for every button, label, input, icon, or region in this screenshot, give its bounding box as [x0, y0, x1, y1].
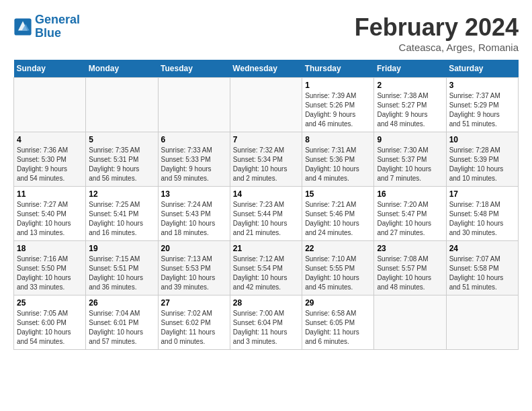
- logo-text: General Blue: [35, 13, 80, 40]
- calendar-cell: [446, 295, 518, 350]
- day-number: 2: [377, 81, 443, 90]
- calendar-week-1: 1Sunrise: 7:39 AM Sunset: 5:26 PM Daylig…: [14, 78, 519, 132]
- day-info: Sunrise: 7:12 AM Sunset: 5:54 PM Dayligh…: [233, 255, 299, 292]
- calendar-cell: 4Sunrise: 7:36 AM Sunset: 5:30 PM Daylig…: [14, 132, 86, 187]
- day-info: Sunrise: 7:16 AM Sunset: 5:50 PM Dayligh…: [17, 255, 83, 292]
- weekday-header-saturday: Saturday: [446, 60, 518, 78]
- calendar-cell: 29Sunrise: 6:58 AM Sunset: 6:05 PM Dayli…: [302, 295, 374, 350]
- logo: General Blue: [13, 13, 80, 40]
- day-info: Sunrise: 7:23 AM Sunset: 5:44 PM Dayligh…: [233, 200, 299, 238]
- day-info: Sunrise: 7:28 AM Sunset: 5:39 PM Dayligh…: [449, 146, 515, 183]
- weekday-header-friday: Friday: [374, 60, 446, 78]
- calendar-cell: 25Sunrise: 7:05 AM Sunset: 6:00 PM Dayli…: [14, 295, 86, 350]
- day-number: 28: [233, 298, 299, 308]
- day-info: Sunrise: 7:13 AM Sunset: 5:53 PM Dayligh…: [161, 255, 227, 292]
- calendar-table: SundayMondayTuesdayWednesdayThursdayFrid…: [13, 60, 519, 350]
- weekday-header-tuesday: Tuesday: [158, 60, 230, 78]
- location: Cateasca, Arges, Romania: [355, 42, 519, 53]
- day-number: 5: [89, 135, 154, 144]
- logo-line2: Blue: [35, 26, 61, 40]
- day-number: 21: [233, 244, 299, 253]
- day-number: 20: [161, 244, 227, 253]
- day-number: 17: [449, 189, 515, 199]
- calendar-cell: 2Sunrise: 7:38 AM Sunset: 5:27 PM Daylig…: [374, 78, 446, 132]
- day-info: Sunrise: 7:07 AM Sunset: 5:58 PM Dayligh…: [449, 255, 515, 292]
- calendar-cell: 14Sunrise: 7:23 AM Sunset: 5:44 PM Dayli…: [230, 187, 302, 241]
- day-number: 12: [89, 189, 154, 199]
- day-info: Sunrise: 7:27 AM Sunset: 5:40 PM Dayligh…: [17, 200, 83, 238]
- calendar-cell: [14, 78, 86, 132]
- calendar-cell: 24Sunrise: 7:07 AM Sunset: 5:58 PM Dayli…: [446, 241, 518, 295]
- day-number: 23: [377, 244, 443, 253]
- day-number: 13: [161, 189, 227, 199]
- day-number: 11: [17, 189, 83, 199]
- day-info: Sunrise: 7:15 AM Sunset: 5:51 PM Dayligh…: [89, 255, 154, 292]
- day-info: Sunrise: 6:58 AM Sunset: 6:05 PM Dayligh…: [305, 309, 371, 347]
- day-number: 8: [305, 135, 371, 144]
- calendar-cell: [374, 295, 446, 350]
- day-info: Sunrise: 7:30 AM Sunset: 5:37 PM Dayligh…: [377, 146, 443, 183]
- day-info: Sunrise: 7:02 AM Sunset: 6:02 PM Dayligh…: [161, 309, 227, 347]
- day-number: 29: [305, 298, 371, 308]
- day-info: Sunrise: 7:00 AM Sunset: 6:04 PM Dayligh…: [233, 309, 299, 347]
- day-number: 25: [17, 298, 83, 308]
- day-number: 10: [449, 135, 515, 144]
- day-number: 19: [89, 244, 154, 253]
- calendar-cell: 7Sunrise: 7:32 AM Sunset: 5:34 PM Daylig…: [230, 132, 302, 187]
- day-info: Sunrise: 7:35 AM Sunset: 5:31 PM Dayligh…: [89, 146, 154, 183]
- calendar-cell: 13Sunrise: 7:24 AM Sunset: 5:43 PM Dayli…: [158, 187, 230, 241]
- day-number: 22: [305, 244, 371, 253]
- day-number: 6: [161, 135, 227, 144]
- calendar-cell: 18Sunrise: 7:16 AM Sunset: 5:50 PM Dayli…: [14, 241, 86, 295]
- calendar-cell: 27Sunrise: 7:02 AM Sunset: 6:02 PM Dayli…: [158, 295, 230, 350]
- calendar-cell: 22Sunrise: 7:10 AM Sunset: 5:55 PM Dayli…: [302, 241, 374, 295]
- calendar-cell: 1Sunrise: 7:39 AM Sunset: 5:26 PM Daylig…: [302, 78, 374, 132]
- weekday-header-thursday: Thursday: [302, 60, 374, 78]
- day-info: Sunrise: 7:24 AM Sunset: 5:43 PM Dayligh…: [161, 200, 227, 238]
- day-info: Sunrise: 7:33 AM Sunset: 5:33 PM Dayligh…: [161, 146, 227, 183]
- calendar-week-3: 11Sunrise: 7:27 AM Sunset: 5:40 PM Dayli…: [14, 187, 519, 241]
- calendar-cell: 8Sunrise: 7:31 AM Sunset: 5:36 PM Daylig…: [302, 132, 374, 187]
- calendar-cell: 17Sunrise: 7:18 AM Sunset: 5:48 PM Dayli…: [446, 187, 518, 241]
- header: General Blue February 2024 Cateasca, Arg…: [13, 13, 519, 53]
- weekday-header-monday: Monday: [86, 60, 158, 78]
- calendar-cell: 11Sunrise: 7:27 AM Sunset: 5:40 PM Dayli…: [14, 187, 86, 241]
- day-info: Sunrise: 7:39 AM Sunset: 5:26 PM Dayligh…: [305, 91, 371, 129]
- day-number: 1: [305, 81, 371, 90]
- day-info: Sunrise: 7:36 AM Sunset: 5:30 PM Dayligh…: [17, 146, 83, 183]
- day-info: Sunrise: 7:25 AM Sunset: 5:41 PM Dayligh…: [89, 200, 154, 238]
- calendar-cell: 16Sunrise: 7:20 AM Sunset: 5:47 PM Dayli…: [374, 187, 446, 241]
- calendar-cell: [230, 78, 302, 132]
- calendar-cell: 26Sunrise: 7:04 AM Sunset: 6:01 PM Dayli…: [86, 295, 158, 350]
- calendar-cell: [86, 78, 158, 132]
- logo-icon: [13, 17, 32, 36]
- day-info: Sunrise: 7:05 AM Sunset: 6:00 PM Dayligh…: [17, 309, 83, 347]
- weekday-header-row: SundayMondayTuesdayWednesdayThursdayFrid…: [14, 60, 519, 78]
- calendar-cell: 10Sunrise: 7:28 AM Sunset: 5:39 PM Dayli…: [446, 132, 518, 187]
- calendar-cell: 19Sunrise: 7:15 AM Sunset: 5:51 PM Dayli…: [86, 241, 158, 295]
- day-number: 7: [233, 135, 299, 144]
- calendar-cell: 28Sunrise: 7:00 AM Sunset: 6:04 PM Dayli…: [230, 295, 302, 350]
- day-number: 24: [449, 244, 515, 253]
- calendar-cell: 21Sunrise: 7:12 AM Sunset: 5:54 PM Dayli…: [230, 241, 302, 295]
- calendar-cell: 20Sunrise: 7:13 AM Sunset: 5:53 PM Dayli…: [158, 241, 230, 295]
- calendar-cell: 5Sunrise: 7:35 AM Sunset: 5:31 PM Daylig…: [86, 132, 158, 187]
- calendar-week-5: 25Sunrise: 7:05 AM Sunset: 6:00 PM Dayli…: [14, 295, 519, 350]
- day-info: Sunrise: 7:31 AM Sunset: 5:36 PM Dayligh…: [305, 146, 371, 183]
- day-number: 18: [17, 244, 83, 253]
- day-info: Sunrise: 7:18 AM Sunset: 5:48 PM Dayligh…: [449, 200, 515, 238]
- calendar-week-2: 4Sunrise: 7:36 AM Sunset: 5:30 PM Daylig…: [14, 132, 519, 187]
- day-info: Sunrise: 7:32 AM Sunset: 5:34 PM Dayligh…: [233, 146, 299, 183]
- day-info: Sunrise: 7:10 AM Sunset: 5:55 PM Dayligh…: [305, 255, 371, 292]
- day-info: Sunrise: 7:38 AM Sunset: 5:27 PM Dayligh…: [377, 91, 443, 129]
- day-number: 9: [377, 135, 443, 144]
- month-year: February 2024: [355, 13, 519, 42]
- day-info: Sunrise: 7:37 AM Sunset: 5:29 PM Dayligh…: [449, 91, 515, 129]
- day-info: Sunrise: 7:08 AM Sunset: 5:57 PM Dayligh…: [377, 255, 443, 292]
- day-number: 27: [161, 298, 227, 308]
- calendar-cell: [158, 78, 230, 132]
- calendar-week-4: 18Sunrise: 7:16 AM Sunset: 5:50 PM Dayli…: [14, 241, 519, 295]
- calendar-cell: 9Sunrise: 7:30 AM Sunset: 5:37 PM Daylig…: [374, 132, 446, 187]
- day-info: Sunrise: 7:21 AM Sunset: 5:46 PM Dayligh…: [305, 200, 371, 238]
- day-number: 4: [17, 135, 83, 144]
